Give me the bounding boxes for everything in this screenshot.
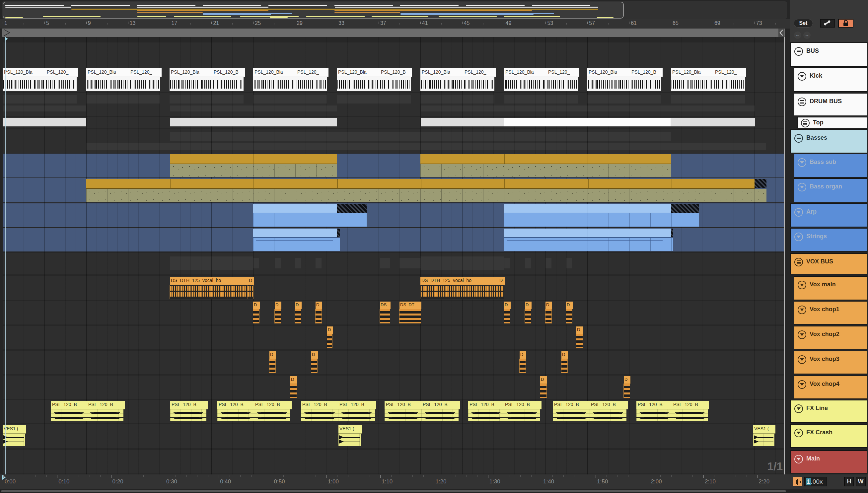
group-track-icon[interactable] <box>794 258 803 266</box>
midi-clip[interactable]: PSL_120_B <box>630 68 661 91</box>
midi-clip[interactable]: PSL_120_Bla <box>86 68 129 91</box>
track-lane-basses[interactable] <box>3 129 784 153</box>
vocal-chop-clip[interactable]: D <box>275 302 281 323</box>
fx-clip[interactable]: PSL_120_B <box>217 401 254 421</box>
track-header-bass-organ[interactable]: Bass organ <box>794 178 867 202</box>
crash-clip[interactable]: VES1 ( <box>3 425 25 446</box>
midi-clip[interactable]: PSL_120_ <box>714 68 745 91</box>
forward-arrow-icon[interactable]: → <box>803 31 810 39</box>
track-header-bass-sub[interactable]: Bass sub <box>794 154 867 177</box>
height-button[interactable]: H <box>844 477 854 486</box>
vocal-chop-clip[interactable]: D <box>624 376 630 398</box>
track-lane-vox-main[interactable] <box>3 276 784 300</box>
crash-clip[interactable]: VES1 ( <box>339 425 361 446</box>
lock-icon[interactable] <box>838 19 853 27</box>
group-track-icon[interactable] <box>794 134 803 143</box>
fx-clip[interactable]: PSL_120_B <box>51 401 87 421</box>
loop-region-clip[interactable] <box>3 118 86 126</box>
loop-end-chevron-icon[interactable] <box>778 28 784 37</box>
vocal-chop-clip[interactable]: D <box>504 302 510 323</box>
audio-clip[interactable] <box>253 204 367 227</box>
midi-clip[interactable]: PSL_120_Bla <box>3 68 45 91</box>
audio-clip[interactable] <box>253 229 340 251</box>
midi-clip[interactable]: PSL_120_Bla <box>587 68 630 91</box>
vocal-chop-clip[interactable]: D <box>561 351 567 373</box>
track-header-vox-chop2[interactable]: Vox chop2 <box>794 326 867 349</box>
vocal-chop-clip[interactable]: D <box>316 302 322 323</box>
follow-waveform-icon[interactable] <box>793 477 802 486</box>
track-header-kick[interactable]: Kick <box>794 67 867 92</box>
vocal-chop-clip[interactable]: D <box>290 376 297 398</box>
fx-clip[interactable]: PSL_120_B <box>636 401 672 421</box>
vocal-chop-clip[interactable]: D <box>295 302 301 323</box>
loop-region-clip[interactable] <box>421 118 504 126</box>
track-header-bus[interactable]: BUS <box>790 42 867 67</box>
track-lane-bus[interactable] <box>3 42 784 67</box>
track-header-fx-crash[interactable]: FX Crash <box>790 424 867 448</box>
track-lane-vox-chop2[interactable] <box>3 326 784 349</box>
track-lane-vox-bus[interactable] <box>3 253 784 274</box>
vocal-chop-clip[interactable]: D <box>540 376 546 398</box>
track-header-basses[interactable]: Basses <box>790 129 867 153</box>
unfold-track-icon[interactable] <box>798 158 806 167</box>
track-header-arp[interactable]: Arp <box>790 203 867 227</box>
bar-ruler[interactable]: 15913172125293337414549535761656973 <box>0 19 790 28</box>
vocal-chop-clip[interactable]: D <box>576 326 583 348</box>
track-lane-vox-chop4[interactable] <box>3 376 784 399</box>
group-track-icon[interactable] <box>798 98 806 106</box>
fx-clip[interactable]: PSL_120_B <box>338 401 375 421</box>
crash-clip[interactable]: VES1 ( <box>753 425 775 446</box>
vocal-chop-clip[interactable]: D <box>525 302 531 323</box>
track-header-main[interactable]: Main <box>790 450 867 473</box>
midi-clip[interactable]: PSL_120_ <box>547 68 578 91</box>
unfold-track-icon[interactable] <box>798 330 806 339</box>
midi-clip[interactable]: PSL_120_Bla <box>671 68 714 91</box>
unfold-track-icon[interactable] <box>794 429 803 437</box>
midi-clip[interactable]: PSL_120_ <box>463 68 494 91</box>
vocal-clip[interactable]: D <box>248 277 253 299</box>
audio-clip[interactable] <box>86 179 766 202</box>
midi-clip[interactable]: PSL_120_Bla <box>253 68 296 91</box>
arrangement-overview[interactable] <box>2 1 787 19</box>
unfold-track-icon[interactable] <box>794 455 803 464</box>
vocal-chop-clip[interactable]: D <box>311 351 317 373</box>
fx-clip[interactable]: PSL_120_B <box>672 401 708 421</box>
fx-clip[interactable]: PSL_120_B <box>87 401 124 421</box>
loop-region-clip[interactable] <box>504 118 671 126</box>
horizontal-scrollbar[interactable] <box>0 489 868 493</box>
fx-clip[interactable]: PSL_120_B <box>504 401 540 421</box>
midi-clip[interactable]: PSL_120_ <box>129 68 160 91</box>
track-lane-drum-bus[interactable] <box>3 93 784 116</box>
loop-region-clip[interactable] <box>170 118 337 126</box>
unfold-track-icon[interactable] <box>798 305 806 314</box>
vocal-chop-clip[interactable]: D <box>253 302 259 323</box>
unfold-track-icon[interactable] <box>794 404 803 413</box>
unfold-track-icon[interactable] <box>798 380 806 389</box>
track-header-vox-chop1[interactable]: Vox chop1 <box>794 301 867 324</box>
track-header-vox-bus[interactable]: VOX BUS <box>790 253 867 274</box>
vocal-chop-clip[interactable]: D <box>520 351 526 373</box>
link-icon[interactable] <box>820 19 835 27</box>
track-lane-vox-chop1[interactable] <box>3 301 784 324</box>
unfold-track-icon[interactable] <box>798 183 806 191</box>
midi-clip[interactable]: PSL_120_ <box>296 68 327 91</box>
audio-clip[interactable] <box>420 154 671 177</box>
midi-clip[interactable]: PSL_120_B <box>212 68 243 91</box>
set-button[interactable]: Set <box>794 19 813 27</box>
fx-clip[interactable]: PSL_120_B <box>590 401 626 421</box>
scrub-bar[interactable] <box>2 28 785 37</box>
track-lane-main[interactable] <box>3 450 784 473</box>
back-arrow-icon[interactable]: ← <box>794 31 801 39</box>
fx-clip[interactable]: PSL_120_B <box>421 401 459 421</box>
group-track-icon[interactable] <box>801 119 809 127</box>
midi-clip[interactable]: PSL_120_Bla <box>420 68 463 91</box>
track-header-vox-main[interactable]: Vox main <box>794 276 867 300</box>
fx-clip[interactable]: PSL_120_B <box>468 401 504 421</box>
audio-clip[interactable] <box>170 154 337 177</box>
midi-clip[interactable]: PSL_120_Bla <box>337 68 379 91</box>
track-lane-vox-chop3[interactable] <box>3 351 784 374</box>
vocal-clip[interactable]: DS_DTH_125_vocal_ho <box>170 277 248 299</box>
vocal-chop-clip[interactable]: D <box>566 302 572 323</box>
scrollbar-handle[interactable] <box>1 490 786 492</box>
width-button[interactable]: W <box>856 477 866 486</box>
